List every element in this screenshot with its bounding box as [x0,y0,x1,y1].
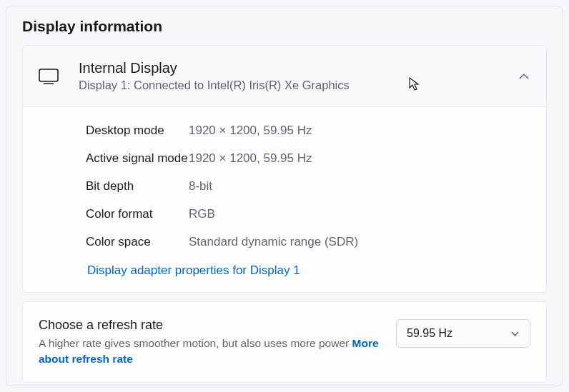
info-label: Desktop mode [39,123,189,139]
info-row: Color format RGB [39,201,530,228]
info-row: Active signal mode 1920 × 1200, 59.95 Hz [39,145,530,173]
info-value: Standard dynamic range (SDR) [189,234,358,251]
info-label: Bit depth [39,179,189,195]
info-value: 8-bit [189,179,212,195]
info-row: Desktop mode 1920 × 1200, 59.95 Hz [39,117,530,145]
monitor-icon [39,69,59,84]
refresh-title: Choose a refresh rate [39,316,382,334]
info-label: Color format [39,206,189,223]
info-value: RGB [189,206,215,223]
refresh-text: Choose a refresh rate A higher rate give… [39,316,396,368]
display-card-header[interactable]: Internal Display Display 1: Connected to… [23,46,546,107]
adapter-properties-link[interactable]: Display adapter properties for Display 1 [87,263,300,277]
display-card-body: Desktop mode 1920 × 1200, 59.95 Hz Activ… [23,107,546,292]
refresh-description: A higher rate gives smoother motion, but… [39,336,382,368]
display-title: Internal Display [79,59,518,77]
info-row: Bit depth 8-bit [39,173,530,201]
info-value: 1920 × 1200, 59.95 Hz [189,123,312,139]
refresh-rate-dropdown[interactable]: 59.95 Hz [396,319,530,348]
display-subtitle: Display 1: Connected to Intel(R) Iris(R)… [79,77,518,94]
chevron-down-icon [510,328,520,338]
info-row: Color space Standard dynamic range (SDR) [39,228,530,256]
chevron-up-icon [518,70,530,83]
info-label: Active signal mode [39,151,189,167]
display-header-text: Internal Display Display 1: Connected to… [79,59,518,94]
info-label: Color space [39,234,189,251]
svg-rect-0 [39,69,58,81]
refresh-desc-text: A higher rate gives smoother motion, but… [39,337,352,349]
info-value: 1920 × 1200, 59.95 Hz [189,151,312,167]
adapter-link-row: Display adapter properties for Display 1 [39,256,530,278]
refresh-rate-card: Choose a refresh rate A higher rate give… [22,301,547,383]
section-title: Display information [6,18,563,45]
display-information-panel: Display information Internal Display Dis… [6,6,563,386]
refresh-rate-selected: 59.95 Hz [407,327,452,340]
display-info-card: Internal Display Display 1: Connected to… [22,45,547,293]
